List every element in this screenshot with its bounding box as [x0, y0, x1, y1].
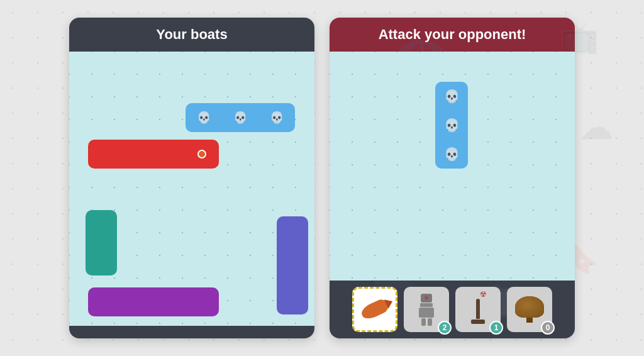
red-boat-seg-3: [153, 140, 186, 169]
attack-grid[interactable]: 💀 💀 💀: [330, 52, 575, 281]
enemy-skull-1: 💀: [435, 82, 468, 111]
enemy-blue-top[interactable]: 💀: [435, 82, 468, 111]
torpedo-slot[interactable]: [352, 287, 397, 332]
skull-icon-3: 💀: [258, 103, 295, 132]
your-boats-grid: 💀 💀 💀: [69, 52, 314, 326]
red-boat-seg-2: [121, 140, 153, 169]
left-card-footer: [69, 326, 314, 338]
enemy-skull-2: 💀: [435, 111, 468, 140]
your-boats-title: Your boats: [156, 26, 227, 42]
attack-card: Attack your opponent! 💀 💀 💀: [330, 18, 575, 338]
robot-slot[interactable]: ☢ 2: [404, 287, 449, 332]
purple-v-boat-seg-2: [277, 249, 308, 282]
purple-v-boat-seg-3: [277, 282, 308, 314]
skull-icon-2: 💀: [222, 103, 258, 132]
blue-boat-seg-2: 💀: [222, 103, 258, 132]
purple-h-boat-seg-3: [153, 287, 186, 316]
tree-badge: 0: [541, 321, 555, 335]
your-boats-card: Your boats 💀 💀 💀: [69, 18, 314, 338]
attack-header: Attack your opponent!: [330, 18, 575, 52]
attack-title: Attack your opponent!: [379, 26, 526, 42]
purple-h-boat-seg-4: [186, 287, 219, 316]
teal-boat-seg-2: [86, 243, 117, 275]
purple-h-boat-seg-1: [88, 287, 121, 316]
teal-boat-seg-1: [86, 210, 117, 243]
enemy-skull-3: 💀: [435, 140, 468, 169]
weapons-footer: ☢ 2 ☢ 1: [330, 281, 575, 338]
red-boat-seg-1: [88, 140, 121, 169]
your-boats-header: Your boats: [69, 18, 314, 52]
purple-v-boat-seg-1: [277, 216, 308, 249]
hit-marker: [197, 150, 206, 159]
stake-badge: 1: [489, 321, 503, 335]
stake-slot[interactable]: ☢ 1: [455, 287, 501, 332]
tree-slot[interactable]: 0: [507, 287, 552, 332]
blue-boat-seg-3: 💀: [258, 103, 295, 132]
blue-boat-seg-1: 💀: [186, 103, 222, 132]
enemy-blue-mid[interactable]: 💀: [435, 111, 468, 140]
enemy-blue-bottom[interactable]: 💀: [435, 140, 468, 169]
robot-badge: 2: [438, 321, 452, 335]
skull-icon-1: 💀: [186, 103, 222, 132]
red-boat-seg-4: [186, 140, 219, 169]
purple-h-boat-seg-2: [121, 287, 153, 316]
